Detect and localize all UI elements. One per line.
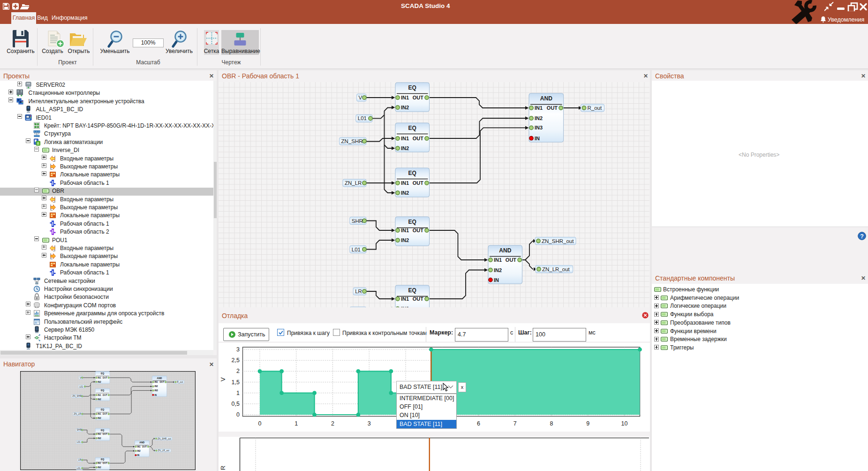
svg-text:IN1: IN1 — [401, 136, 409, 141]
svg-text:1: 1 — [236, 390, 240, 396]
svg-text:L01: L01 — [352, 247, 361, 252]
svg-text:OUT: OUT — [413, 136, 424, 141]
svg-text:EQ: EQ — [408, 84, 416, 91]
svg-text:10: 10 — [621, 420, 628, 427]
svg-text:EQ: EQ — [408, 125, 416, 131]
svg-text:SHR: SHR — [352, 218, 363, 224]
svg-text:OUT: OUT — [547, 105, 558, 111]
svg-text:2: 2 — [236, 368, 240, 374]
svg-text:8: 8 — [550, 420, 553, 427]
svg-text:IN1: IN1 — [401, 296, 409, 302]
svg-text:ZN_LR_out: ZN_LR_out — [542, 266, 570, 272]
svg-text:3: 3 — [236, 346, 240, 353]
svg-text:1: 1 — [294, 420, 298, 427]
svg-text:IN2: IN2 — [535, 115, 543, 121]
svg-text:AND: AND — [499, 247, 511, 254]
svg-text:IN2: IN2 — [401, 237, 409, 243]
svg-text:L01: L01 — [358, 115, 367, 121]
svg-text:7: 7 — [513, 420, 517, 427]
svg-text:6: 6 — [477, 420, 480, 427]
svg-text:V: V — [359, 95, 362, 100]
svg-text:OUT: OUT — [413, 180, 424, 186]
svg-text:OUT: OUT — [506, 257, 517, 263]
svg-text:IN3: IN3 — [535, 125, 543, 130]
svg-text:9: 9 — [586, 420, 589, 427]
svg-text:ZN_SHR: ZN_SHR — [341, 138, 363, 144]
svg-text:3: 3 — [368, 420, 371, 427]
svg-text:0: 0 — [258, 420, 262, 427]
svg-text:OUT: OUT — [413, 296, 424, 302]
svg-text:0: 0 — [236, 411, 240, 418]
svg-text:ZN_SHR_out: ZN_SHR_out — [542, 238, 574, 244]
svg-text:V: V — [219, 377, 226, 381]
svg-text:EQ: EQ — [408, 219, 416, 225]
svg-text:IN2: IN2 — [401, 145, 409, 151]
svg-text:IN2: IN2 — [401, 190, 409, 196]
svg-text:0,5: 0,5 — [232, 401, 240, 407]
svg-text:OUT: OUT — [413, 95, 424, 100]
svg-text:ZN_LR: ZN_LR — [345, 180, 362, 186]
svg-text:R_out: R_out — [588, 105, 602, 111]
svg-text:OUT: OUT — [413, 228, 424, 233]
svg-text:IN1: IN1 — [535, 105, 543, 111]
svg-text:2: 2 — [331, 420, 334, 427]
svg-text:EQ: EQ — [408, 287, 416, 294]
svg-text:IN1: IN1 — [401, 180, 409, 186]
svg-text:2,5: 2,5 — [232, 357, 240, 364]
svg-text:IN1: IN1 — [401, 95, 409, 100]
svg-text:AND: AND — [540, 95, 552, 102]
svg-text:?: ? — [860, 233, 864, 240]
svg-text:IN: IN — [494, 277, 499, 283]
svg-text:LR: LR — [355, 289, 362, 294]
svg-text:EQ: EQ — [408, 170, 416, 176]
svg-text:IN1: IN1 — [401, 228, 409, 233]
svg-text:IN1: IN1 — [494, 257, 502, 263]
svg-text:&: & — [37, 141, 39, 145]
svg-text:IN2: IN2 — [401, 105, 409, 110]
svg-text:IN2: IN2 — [494, 267, 502, 273]
svg-text:R: R — [219, 466, 226, 470]
svg-text:1,5: 1,5 — [232, 379, 240, 386]
svg-text:IN: IN — [535, 136, 540, 141]
